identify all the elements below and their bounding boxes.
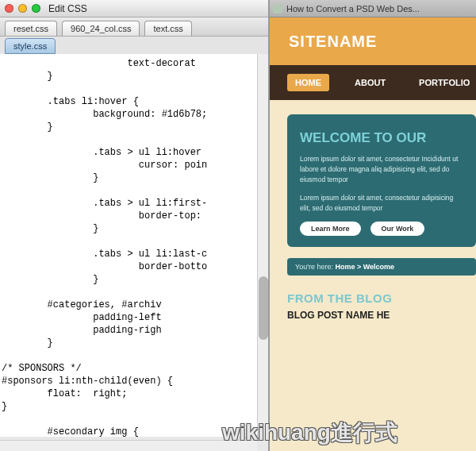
- learn-more-button[interactable]: Learn More: [300, 222, 361, 236]
- hero-paragraph-2: Lorem ipsum dolor sit amet, consectetur …: [300, 193, 463, 214]
- blog-post-title[interactable]: BLOG POST NAME HE: [287, 310, 476, 321]
- breadcrumb: You're here: Home > Welcome: [287, 258, 476, 276]
- nav-item-home[interactable]: HOME: [287, 74, 329, 91]
- file-tab-style-active[interactable]: style.css: [5, 38, 56, 54]
- browser-window: How to Convert a PSD Web Des... SITENAME…: [270, 0, 476, 451]
- our-work-button[interactable]: Our Work: [370, 222, 425, 236]
- editor-titlebar: Edit CSS: [0, 0, 268, 17]
- browser-tabbar: How to Convert a PSD Web Des...: [270, 0, 476, 17]
- browser-tab-title[interactable]: How to Convert a PSD Web Des...: [286, 4, 420, 13]
- vertical-scrollbar[interactable]: [257, 54, 268, 437]
- breadcrumb-prefix: You're here:: [295, 263, 333, 271]
- file-tabs-row: reset.css 960_24_col.css text.css: [0, 17, 268, 37]
- browser-content: SITENAME HOME ABOUT PORTFOLIO WELCOME TO…: [270, 17, 476, 451]
- zoom-icon[interactable]: [32, 4, 40, 13]
- blog-section: FROM THE BLOG BLOG POST NAME HE: [287, 291, 476, 321]
- breadcrumb-path[interactable]: Home > Welcome: [335, 263, 394, 271]
- code-editor-area[interactable]: text-decorat } .tabs li:hover { backgrou…: [0, 54, 257, 437]
- editor-window: Edit CSS reset.css 960_24_col.css text.c…: [0, 0, 270, 451]
- file-tab-text[interactable]: text.css: [144, 21, 191, 36]
- window-title: Edit CSS: [48, 3, 87, 14]
- favicon-icon: [273, 4, 282, 13]
- file-tab-reset[interactable]: reset.css: [5, 21, 57, 36]
- close-icon[interactable]: [5, 4, 13, 13]
- hero-panel: WELCOME TO OUR Lorem ipsum dolor sit ame…: [287, 114, 476, 247]
- scrollbar-thumb[interactable]: [259, 276, 268, 340]
- code-text: text-decorat } .tabs li:hover { backgrou…: [2, 58, 207, 437]
- nav-item-about[interactable]: ABOUT: [347, 74, 393, 91]
- nav-item-portfolio[interactable]: PORTFOLIO: [411, 74, 476, 91]
- horizontal-scrollbar[interactable]: [0, 440, 257, 451]
- blog-heading: FROM THE BLOG: [287, 291, 476, 305]
- site-name: SITENAME: [289, 33, 377, 51]
- hero-paragraph-1: Lorem ipsum dolor sit amet, consectetur …: [300, 154, 463, 185]
- minimize-icon[interactable]: [18, 4, 27, 13]
- hero-buttons: Learn More Our Work: [300, 222, 463, 236]
- file-tab-960[interactable]: 960_24_col.css: [62, 21, 140, 36]
- hero-title: WELCOME TO OUR: [300, 130, 463, 146]
- site-header: SITENAME: [270, 17, 476, 65]
- site-navbar: HOME ABOUT PORTFOLIO: [270, 65, 476, 100]
- traffic-lights: [5, 4, 40, 13]
- file-tabs-row-2: style.css: [0, 37, 268, 54]
